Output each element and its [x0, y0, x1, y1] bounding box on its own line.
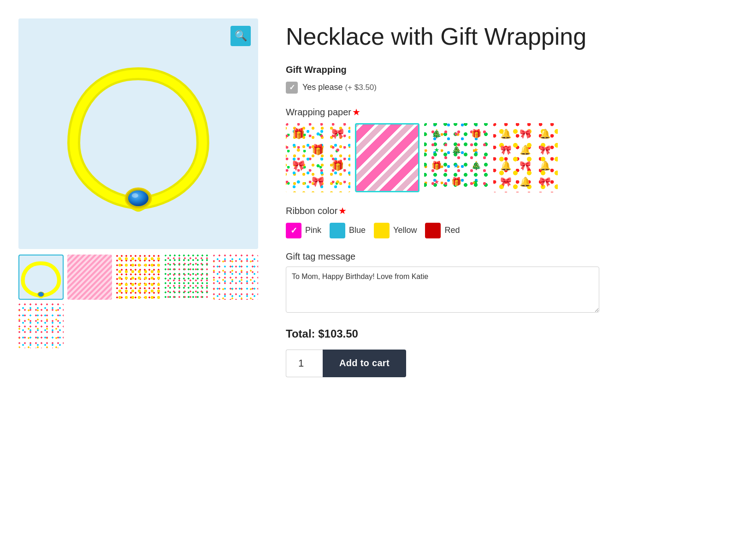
thumbnail-necklace[interactable] [18, 255, 64, 300]
required-star-ribbon: ★ [338, 206, 347, 216]
yes-please-checkbox[interactable]: ✓ [286, 82, 298, 94]
gift-tag-label: Gift tag message [286, 251, 738, 262]
thumbnail-christmas[interactable] [165, 255, 210, 300]
ribbon-label-red: Red [444, 225, 460, 235]
thumbnail-row-1 [18, 255, 258, 300]
ribbon-option-pink[interactable]: ✓ Pink [286, 223, 321, 238]
wrapping-paper-label: Wrapping paper★ [286, 107, 738, 118]
ribbon-label-yellow: Yellow [393, 225, 417, 235]
thumbnail-row-2 [18, 303, 258, 349]
paper-option-gifts[interactable]: 🎁 ● 🎀 ● 🎁 ● 🎀 ● 🎁 ● 🎀 ● [286, 123, 350, 192]
zoom-icon: 🔍 [235, 30, 247, 42]
ribbon-color-section: Ribbon color★ ✓ Pink Blue Yellow [286, 205, 738, 238]
cart-row: Add to cart [286, 350, 738, 377]
yes-please-row: ✓ Yes please (+ $3.50) [286, 82, 738, 94]
ribbon-swatch-pink: ✓ [286, 223, 301, 238]
ribbon-label-blue: Blue [349, 225, 366, 235]
ribbon-swatch-blue [330, 223, 345, 238]
ribbon-option-yellow[interactable]: Yellow [374, 223, 417, 238]
thumbnail-gifts[interactable] [213, 255, 258, 300]
gift-wrapping-label: Gift Wrapping [286, 65, 738, 75]
product-layout: 🔍 [18, 18, 738, 377]
paper-options: 🎁 ● 🎀 ● 🎁 ● 🎀 ● 🎁 ● 🎀 ● [286, 123, 738, 192]
yes-please-price: (+ $3.50) [345, 83, 377, 92]
wrapping-paper-section: Wrapping paper★ 🎁 ● 🎀 ● 🎁 ● 🎀 [286, 107, 738, 192]
ribbon-swatch-red [425, 223, 441, 238]
ribbon-color-label: Ribbon color★ [286, 205, 738, 216]
zoom-button[interactable]: 🔍 [230, 26, 251, 46]
required-star-paper: ★ [352, 107, 360, 117]
yes-please-label: Yes please (+ $3.50) [302, 83, 377, 92]
checkbox-check-icon: ✓ [289, 83, 295, 92]
ribbon-option-red[interactable]: Red [425, 223, 460, 238]
thumbnail-hearts[interactable] [67, 255, 112, 300]
quantity-input[interactable] [286, 350, 323, 377]
main-image: 🔍 [18, 18, 258, 249]
thumbnail-bells[interactable] [116, 255, 161, 300]
ribbon-options: ✓ Pink Blue Yellow Red [286, 223, 738, 238]
paper-option-christmas[interactable]: 🎄 ★ 🎁 ★ 🎄 ★ 🎁 ★ 🎄 ★ 🎁 ★ [424, 123, 489, 192]
ribbon-option-blue[interactable]: Blue [330, 223, 366, 238]
add-to-cart-button[interactable]: Add to cart [323, 350, 406, 377]
total-row: Total: $103.50 [286, 327, 738, 340]
product-details: Necklace with Gift Wrapping Gift Wrappin… [286, 18, 738, 377]
svg-point-3 [128, 190, 148, 206]
gift-tag-section: Gift tag message [286, 251, 738, 327]
product-images: 🔍 [18, 18, 258, 377]
product-title: Necklace with Gift Wrapping [286, 23, 738, 51]
svg-point-6 [38, 292, 43, 297]
ribbon-label-pink: Pink [305, 225, 321, 235]
ribbon-swatch-yellow [374, 223, 390, 238]
svg-point-4 [132, 193, 138, 198]
gift-wrapping-section: Gift Wrapping ✓ Yes please (+ $3.50) [286, 65, 738, 94]
thumbnail-gifts-2[interactable] [18, 303, 64, 349]
paper-option-hearts[interactable] [355, 123, 419, 192]
gift-tag-textarea[interactable] [286, 267, 599, 313]
paper-option-bells[interactable]: 🔔 🎀 🔔 🎀 🔔 🎀 🔔 🎀 🔔 🎀 🔔 🎀 [493, 123, 558, 192]
ribbon-check-pink: ✓ [290, 225, 297, 236]
necklace-image [60, 46, 217, 221]
